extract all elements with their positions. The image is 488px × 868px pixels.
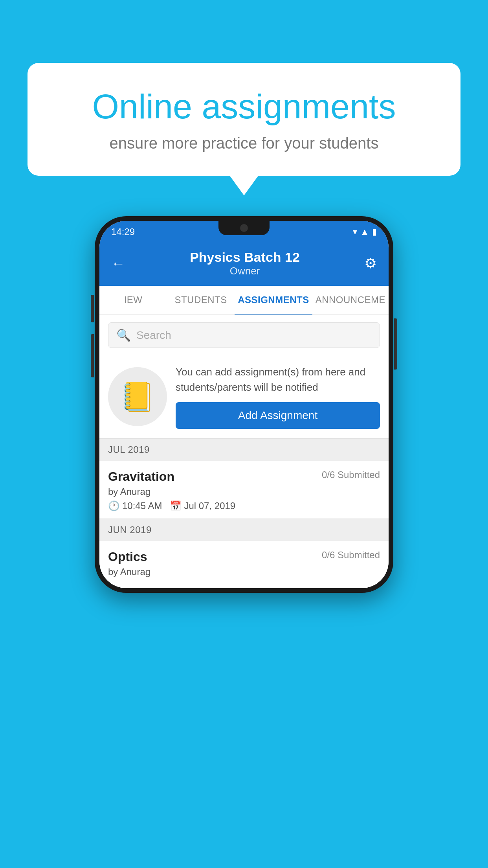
status-time: 14:29	[111, 226, 135, 237]
volume-down-button	[91, 334, 94, 377]
clock-icon: 🕐	[108, 500, 120, 511]
phone-wrapper: 14:29 ▾ ▲ ▮ ← Physics Batch 12 Owner ⚙ I…	[95, 216, 393, 593]
header-title-area: Physics Batch 12 Owner	[190, 250, 300, 277]
phone-screen: 14:29 ▾ ▲ ▮ ← Physics Batch 12 Owner ⚙ I…	[99, 221, 389, 588]
tabs-bar: IEW STUDENTS ASSIGNMENTS ANNOUNCEME	[99, 286, 389, 315]
settings-icon[interactable]: ⚙	[364, 255, 377, 272]
tab-assignments[interactable]: ASSIGNMENTS	[235, 286, 312, 315]
tab-announcements[interactable]: ANNOUNCEME	[312, 286, 389, 315]
app-header: ← Physics Batch 12 Owner ⚙	[99, 243, 389, 286]
assignment-title-gravitation: Gravitation	[108, 469, 174, 484]
date-meta: 📅 Jul 07, 2019	[170, 500, 235, 511]
promo-content: You can add assignment(s) from here and …	[176, 364, 380, 429]
bubble-title: Online assignments	[55, 86, 433, 127]
assignment-gravitation[interactable]: Gravitation 0/6 Submitted by Anurag 🕐 10…	[99, 461, 389, 519]
search-input-box[interactable]: 🔍 Search	[108, 322, 380, 348]
owner-label: Owner	[190, 265, 300, 277]
search-bar-wrap: 🔍 Search	[99, 315, 389, 355]
phone-notch	[218, 221, 270, 235]
assignment-meta-gravitation: 🕐 10:45 AM 📅 Jul 07, 2019	[108, 500, 380, 511]
assignment-date: Jul 07, 2019	[184, 500, 235, 511]
assignment-top-row-optics: Optics 0/6 Submitted	[108, 550, 380, 564]
batch-title: Physics Batch 12	[190, 250, 300, 265]
signal-icon: ▲	[360, 227, 369, 237]
promo-text: You can add assignment(s) from here and …	[176, 364, 380, 395]
back-button[interactable]: ←	[111, 255, 125, 272]
time-meta: 🕐 10:45 AM	[108, 500, 162, 511]
assignment-time: 10:45 AM	[122, 500, 162, 511]
assignment-optics[interactable]: Optics 0/6 Submitted by Anurag	[99, 541, 389, 588]
status-icons: ▾ ▲ ▮	[353, 227, 377, 237]
section-header-jul: JUL 2019	[99, 439, 389, 461]
add-assignment-promo: 📒 You can add assignment(s) from here an…	[99, 355, 389, 439]
tab-iew[interactable]: IEW	[99, 286, 167, 315]
tab-students[interactable]: STUDENTS	[167, 286, 235, 315]
add-assignment-button[interactable]: Add Assignment	[176, 402, 380, 429]
speech-bubble-area: Online assignments ensure more practice …	[28, 63, 460, 176]
promo-icon-circle: 📒	[108, 367, 167, 426]
assignment-top-row: Gravitation 0/6 Submitted	[108, 469, 380, 484]
wifi-icon: ▾	[353, 227, 357, 237]
bubble-subtitle: ensure more practice for your students	[55, 134, 433, 152]
assignment-submitted-gravitation: 0/6 Submitted	[322, 469, 380, 480]
assignment-title-optics: Optics	[108, 550, 147, 564]
assignment-submitted-optics: 0/6 Submitted	[322, 550, 380, 561]
assignment-by-optics: by Anurag	[108, 566, 380, 577]
phone-device: 14:29 ▾ ▲ ▮ ← Physics Batch 12 Owner ⚙ I…	[95, 216, 393, 593]
search-icon: 🔍	[116, 328, 131, 342]
section-month-jul: JUL 2019	[108, 444, 150, 455]
section-header-jun: JUN 2019	[99, 519, 389, 541]
power-button	[394, 318, 397, 370]
assignment-by-gravitation: by Anurag	[108, 486, 380, 497]
section-month-jun: JUN 2019	[108, 524, 152, 535]
front-camera	[240, 224, 248, 232]
search-placeholder: Search	[136, 329, 171, 342]
speech-bubble: Online assignments ensure more practice …	[28, 63, 460, 176]
volume-up-button	[91, 295, 94, 322]
calendar-icon: 📅	[170, 500, 182, 511]
battery-icon: ▮	[372, 227, 377, 237]
notebook-icon: 📒	[120, 380, 155, 414]
